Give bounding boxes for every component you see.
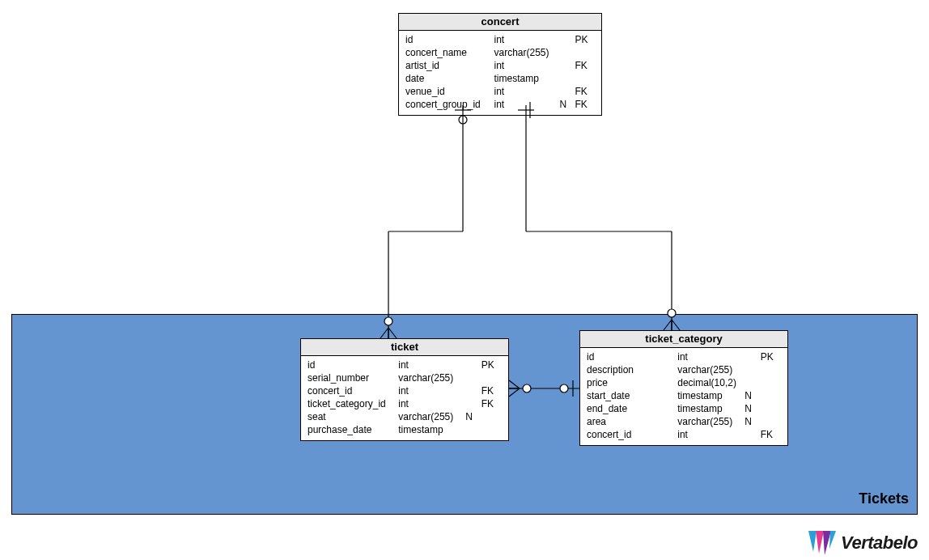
entity-columns: idintPKdescriptionvarchar(255)pricedecim… [585, 350, 783, 441]
column-row: start_datetimestampN [585, 389, 783, 402]
column-row: artist_idintFK [404, 59, 596, 72]
rel-concert-ticket-category-lines [518, 105, 680, 330]
vertabelo-logo: Vertabelo [808, 531, 918, 555]
svg-marker-26 [816, 531, 824, 554]
column-row: purchase_datetimestamp [306, 423, 503, 436]
entity-columns: idintPKconcert_namevarchar(255)artist_id… [404, 33, 596, 111]
column-row: idintPK [404, 33, 596, 46]
entity-title: ticket [301, 339, 508, 356]
subject-area-label: Tickets [859, 490, 909, 507]
column-row: ticket_category_idintFK [306, 397, 503, 410]
column-row: datetimestamp [404, 72, 596, 85]
svg-point-1 [459, 116, 467, 124]
column-row: pricedecimal(10,2) [585, 376, 783, 389]
entity-title: ticket_category [580, 331, 787, 348]
column-row: concert_group_idintNFK [404, 98, 596, 111]
column-row: concert_idintFK [585, 428, 783, 441]
column-row: concert_idintFK [306, 384, 503, 397]
column-row: idintPK [306, 358, 503, 371]
column-row: areavarchar(255)N [585, 415, 783, 428]
entity-ticket[interactable]: ticket idintPKserial_numbervarchar(255)c… [300, 338, 509, 441]
vertabelo-logo-icon [808, 531, 836, 555]
column-row: seatvarchar(255)N [306, 410, 503, 423]
column-row: concert_namevarchar(255) [404, 46, 596, 59]
column-row: serial_numbervarchar(255) [306, 371, 503, 384]
rel-concert-ticket [380, 105, 471, 338]
entity-ticket-category[interactable]: ticket_category idintPKdescriptionvarcha… [579, 330, 788, 446]
column-row: descriptionvarchar(255) [585, 363, 783, 376]
svg-marker-28 [829, 531, 836, 549]
svg-marker-25 [808, 531, 817, 552]
column-row: idintPK [585, 350, 783, 363]
entity-concert[interactable]: concert idintPKconcert_namevarchar(255)a… [398, 13, 602, 116]
column-row: venue_idintFK [404, 85, 596, 98]
column-row: end_datetimestampN [585, 402, 783, 415]
entity-title: concert [399, 14, 601, 31]
vertabelo-logo-text: Vertabelo [841, 532, 918, 554]
entity-columns: idintPKserial_numbervarchar(255)concert_… [306, 358, 503, 436]
